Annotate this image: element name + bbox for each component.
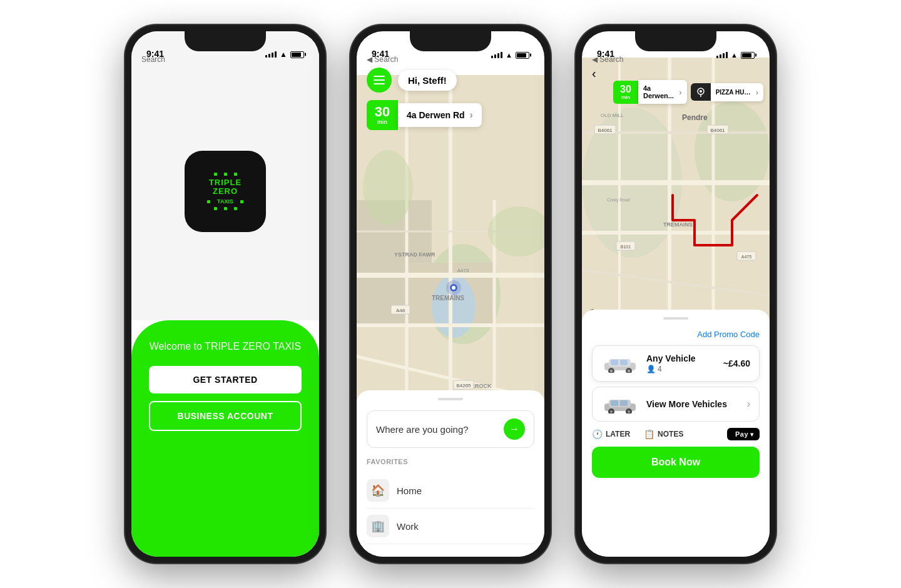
svg-rect-58 (611, 360, 618, 365)
svg-point-18 (452, 286, 456, 290)
app-logo: TRIPLE ZERO TAXIS (185, 151, 266, 232)
view-more-arrow: › (747, 398, 750, 410)
map-svg-3: Pendre OLD MILL TREMAINS B4061 B4061 B10… (582, 31, 770, 347)
notch-2 (410, 31, 491, 51)
origin-address: 4a Derwen... › (638, 80, 687, 104)
svg-text:OLD MILL: OLD MILL (601, 113, 624, 118)
welcome-bottom-section: Welcome to TRIPLE ZERO TAXIS GET STARTED… (131, 320, 319, 557)
home-fav-icon: 🏠 (367, 479, 389, 502)
work-fav-name: Work (397, 521, 419, 532)
sheet-handle-3 (663, 317, 688, 320)
bottom-sheet-2: Where are you going? → FAVORITES 🏠 Home … (357, 390, 544, 557)
status-time-1: 9:41 (146, 49, 164, 59)
svg-text:B4061: B4061 (598, 128, 613, 133)
svg-text:B101: B101 (621, 245, 631, 249)
battery-icon-1 (290, 51, 304, 58)
greeting-section: Hi, Steff! (367, 68, 457, 93)
vehicle-price-1: ~£4.60 (723, 358, 750, 368)
vehicle-name-1: Any Vehicle (646, 353, 716, 363)
route-cards: 30 min 4a Derwen... › (613, 80, 763, 104)
phone-2: A473 A4061 YSTRAD FAWR TREMAINS WHITEROC… (350, 25, 551, 563)
logo-line1: TRIPLE (209, 178, 242, 187)
menu-button[interactable] (367, 68, 392, 93)
svg-text:YSTRAD FAWR: YSTRAD FAWR (394, 251, 435, 258)
greeting-bubble: Hi, Steff! (398, 70, 457, 91)
promo-code-link[interactable]: Add Promo Code (592, 330, 760, 339)
book-now-button[interactable]: Book Now (592, 447, 760, 478)
svg-point-14 (363, 150, 413, 225)
battery-icon-2 (516, 52, 529, 59)
favorite-home[interactable]: 🏠 Home (367, 473, 534, 509)
status-time-3: 9:41 (597, 49, 614, 59)
welcome-title: Welcome to TRIPLE ZERO TAXIS (150, 340, 301, 353)
business-account-button[interactable]: BUSINESS ACCOUNT (149, 401, 302, 431)
svg-text:B4265: B4265 (456, 383, 471, 388)
destination-card-3[interactable]: PIZZA HUT,... › (691, 80, 763, 104)
view-more-vehicles-text: View More Vehicles (646, 399, 740, 409)
work-fav-icon: 🏢 (367, 515, 389, 537)
vehicle-seats-1: 👤 4 (646, 365, 716, 373)
wifi-icon-3: ▲ (731, 51, 738, 59)
person-icon: 👤 (646, 365, 656, 373)
wifi-icon-2: ▲ (506, 51, 512, 59)
view-more-car-image (601, 395, 639, 413)
home-fav-name: Home (397, 485, 422, 496)
svg-text:TREMAINS: TREMAINS (663, 221, 693, 228)
svg-rect-59 (620, 360, 628, 365)
status-icons-1: ▲ (265, 50, 304, 59)
booking-footer: 🕐 LATER 📋 NOTES Pay ▾ (592, 428, 760, 440)
later-option[interactable]: 🕐 LATER (592, 429, 630, 439)
origin-time-badge: 30 min (613, 81, 638, 104)
signal-icon-2 (491, 52, 502, 58)
search-go-button[interactable]: → (504, 418, 525, 440)
destination-text-3: PIZZA HUT,... › (711, 83, 763, 101)
destination-text-2: 4a Derwen Rd › (398, 103, 482, 127)
logo-line2: ZERO (213, 187, 238, 196)
status-icons-3: ▲ (716, 51, 755, 59)
svg-point-71 (628, 410, 630, 413)
clock-icon: 🕐 (592, 429, 603, 439)
svg-rect-66 (611, 400, 618, 406)
location-pin-icon (696, 87, 706, 97)
view-more-vehicles-row[interactable]: View More Vehicles › (592, 387, 760, 422)
status-icons-2: ▲ (491, 51, 529, 59)
svg-point-63 (628, 370, 630, 372)
back-button[interactable]: ‹ (592, 66, 596, 81)
phone-3: Pendre OLD MILL TREMAINS B4061 B4061 B10… (576, 25, 776, 563)
notes-option[interactable]: 📋 NOTES (644, 429, 683, 439)
notes-icon: 📋 (644, 429, 654, 439)
svg-text:A48: A48 (396, 308, 405, 313)
svg-point-69 (610, 410, 613, 413)
welcome-top-section: TRIPLE ZERO TAXIS (131, 31, 319, 320)
vehicle-info-1: Any Vehicle 👤 4 (646, 353, 716, 373)
notch-3 (635, 31, 716, 51)
svg-text:A473: A473 (457, 268, 469, 273)
svg-text:Pendre: Pendre (682, 113, 708, 122)
origin-chevron: › (679, 88, 681, 97)
search-placeholder-2: Where are you going? (376, 424, 469, 435)
dest-arrow-2: › (470, 109, 473, 121)
dest-chevron-3: › (756, 88, 758, 97)
wifi-icon-1: ▲ (280, 50, 287, 59)
apple-pay-button[interactable]: Pay ▾ (727, 428, 760, 440)
pizza-icon-badge (691, 83, 711, 101)
svg-rect-67 (620, 400, 628, 406)
search-bar-2[interactable]: Where are you going? → (367, 410, 534, 448)
destination-card-2[interactable]: 30 min 4a Derwen Rd › (367, 100, 482, 130)
any-vehicle-option[interactable]: Any Vehicle 👤 4 ~£4.60 (592, 345, 760, 382)
svg-text:Corky Road: Corky Road (607, 198, 630, 203)
battery-icon-3 (741, 52, 755, 59)
svg-text:B4061: B4061 (710, 128, 725, 133)
origin-card[interactable]: 30 min 4a Derwen... › (613, 80, 687, 104)
sheet-handle-2 (438, 398, 463, 400)
svg-point-54 (700, 90, 702, 93)
phone-1: 9:41 ▲ Search (125, 25, 325, 563)
get-started-button[interactable]: GET STARTED (149, 366, 302, 393)
status-time-2: 9:41 (372, 49, 389, 59)
time-badge-2: 30 min (367, 100, 398, 130)
svg-text:TREMAINS: TREMAINS (432, 295, 465, 302)
signal-icon-3 (716, 52, 728, 58)
notch-1 (185, 31, 266, 51)
bottom-sheet-3: Add Promo Code (582, 310, 770, 557)
favorite-work[interactable]: 🏢 Work (367, 509, 534, 544)
